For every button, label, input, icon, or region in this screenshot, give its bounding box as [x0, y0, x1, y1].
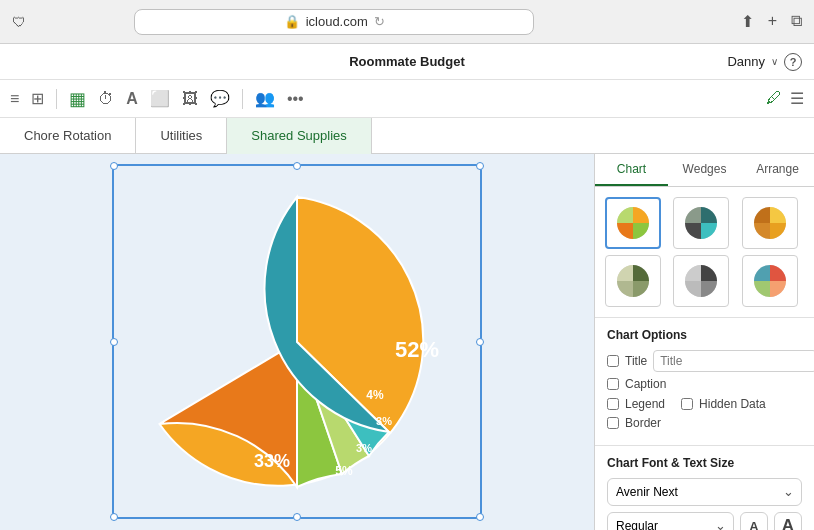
window-icon[interactable]: ⧉	[791, 12, 802, 31]
shapes-icon[interactable]: ⬜	[150, 89, 170, 108]
toolbar-separator	[56, 89, 57, 109]
toolbar: ≡ ⊞ ▦ ⏱ A ⬜ 🖼 💬 👥 ••• 🖊 ☰	[0, 80, 814, 118]
table-icon[interactable]: ▦	[69, 88, 86, 110]
toolbar-separator-2	[242, 89, 243, 109]
chart-styles	[595, 187, 814, 318]
handle-bottom-right[interactable]	[476, 513, 484, 521]
chart-style-6[interactable]	[742, 255, 798, 307]
font-style-row: Regular A A	[607, 512, 802, 530]
border-checkbox[interactable]	[607, 417, 619, 429]
handle-bottom-mid[interactable]	[293, 513, 301, 521]
tab-chore-rotation[interactable]: Chore Rotation	[0, 118, 136, 154]
chart-area[interactable]: 52% 33% 5% 3% 3% 4%	[0, 154, 594, 530]
reload-icon[interactable]: ↻	[374, 14, 385, 29]
chart-style-4[interactable]	[605, 255, 661, 307]
font-name-select[interactable]: Avenir Next	[607, 478, 802, 506]
handle-bottom-left[interactable]	[110, 513, 118, 521]
format-brush-icon[interactable]: 🖊	[766, 89, 782, 108]
clock-icon[interactable]: ⏱	[98, 90, 114, 108]
more-icon[interactable]: •••	[287, 90, 304, 108]
panel-tab-chart[interactable]: Chart	[595, 154, 668, 186]
font-style-select[interactable]: Regular	[607, 512, 734, 530]
handle-top-left[interactable]	[110, 162, 118, 170]
title-checkbox[interactable]	[607, 355, 619, 367]
handle-top-mid[interactable]	[293, 162, 301, 170]
font-style-wrapper: Regular	[607, 512, 734, 530]
shield-icon: 🛡	[12, 14, 26, 30]
app-title: Roommate Budget	[349, 54, 465, 69]
caption-checkbox[interactable]	[607, 378, 619, 390]
chart-selection-box	[112, 164, 482, 519]
url-text: icloud.com	[306, 14, 368, 29]
tab-utilities[interactable]: Utilities	[136, 118, 227, 154]
bottom-options: Legend Hidden Data Border	[607, 397, 802, 430]
help-button[interactable]: ?	[784, 53, 802, 71]
chart-style-1[interactable]	[605, 197, 661, 249]
title-option-row: Title	[607, 350, 802, 372]
chart-options-section: Chart Options Title Caption Legend	[595, 318, 814, 446]
hidden-data-label: Hidden Data	[699, 397, 766, 411]
browser-actions: ⬆ + ⧉	[741, 12, 802, 31]
caption-label: Caption	[625, 377, 666, 391]
right-toolbar: 🖊 ☰	[766, 89, 804, 108]
username: Danny	[727, 54, 765, 69]
tab-shared-supplies[interactable]: Shared Supplies	[227, 118, 371, 154]
title-input[interactable]	[653, 350, 814, 372]
legend-checkbox[interactable]	[607, 398, 619, 410]
panel-tabs: Chart Wedges Arrange	[595, 154, 814, 187]
sheet-tabs: Chore Rotation Utilities Shared Supplies	[0, 118, 814, 154]
app-header: Roommate Budget Danny ∨ ?	[0, 44, 814, 80]
caption-option-row: Caption	[607, 377, 802, 391]
browser-address[interactable]: 🔒 icloud.com ↻	[134, 9, 534, 35]
browser-bar: 🛡 🔒 icloud.com ↻ ⬆ + ⧉	[0, 0, 814, 44]
font-section-title: Chart Font & Text Size	[607, 456, 802, 470]
photo-icon[interactable]: 🖼	[182, 90, 198, 108]
font-name-wrapper: Avenir Next	[607, 478, 802, 506]
panel-tab-arrange[interactable]: Arrange	[741, 154, 814, 186]
sidebar-toggle-icon[interactable]: ≡	[10, 90, 19, 108]
font-size-small-button[interactable]: A	[740, 512, 768, 530]
lock-icon: 🔒	[284, 14, 300, 29]
font-section: Chart Font & Text Size Avenir Next Regul…	[595, 446, 814, 530]
text-icon[interactable]: A	[126, 90, 138, 108]
user-chevron-icon: ∨	[771, 56, 778, 67]
table-view-icon[interactable]: ⊞	[31, 89, 44, 108]
handle-mid-right[interactable]	[476, 338, 484, 346]
new-tab-icon[interactable]: +	[768, 12, 777, 31]
chart-style-5[interactable]	[673, 255, 729, 307]
legend-row: Legend Hidden Data	[607, 397, 802, 416]
title-label: Title	[625, 354, 647, 368]
user-area[interactable]: Danny ∨ ?	[727, 53, 802, 71]
border-row: Border	[607, 416, 802, 430]
chart-style-2[interactable]	[673, 197, 729, 249]
handle-top-right[interactable]	[476, 162, 484, 170]
border-label: Border	[625, 416, 661, 430]
list-icon[interactable]: ☰	[790, 89, 804, 108]
right-panel: Chart Wedges Arrange	[594, 154, 814, 530]
collab-icon[interactable]: 👥	[255, 89, 275, 108]
legend-label: Legend	[625, 397, 665, 411]
font-size-large-button[interactable]: A	[774, 512, 802, 530]
chart-options-title: Chart Options	[607, 328, 802, 342]
handle-mid-left[interactable]	[110, 338, 118, 346]
share-icon[interactable]: ⬆	[741, 12, 754, 31]
hidden-data-checkbox[interactable]	[681, 398, 693, 410]
chart-style-3[interactable]	[742, 197, 798, 249]
comment-icon[interactable]: 💬	[210, 89, 230, 108]
main-content: 52% 33% 5% 3% 3% 4% Chart Wedges Arrange	[0, 154, 814, 530]
panel-tab-wedges[interactable]: Wedges	[668, 154, 741, 186]
